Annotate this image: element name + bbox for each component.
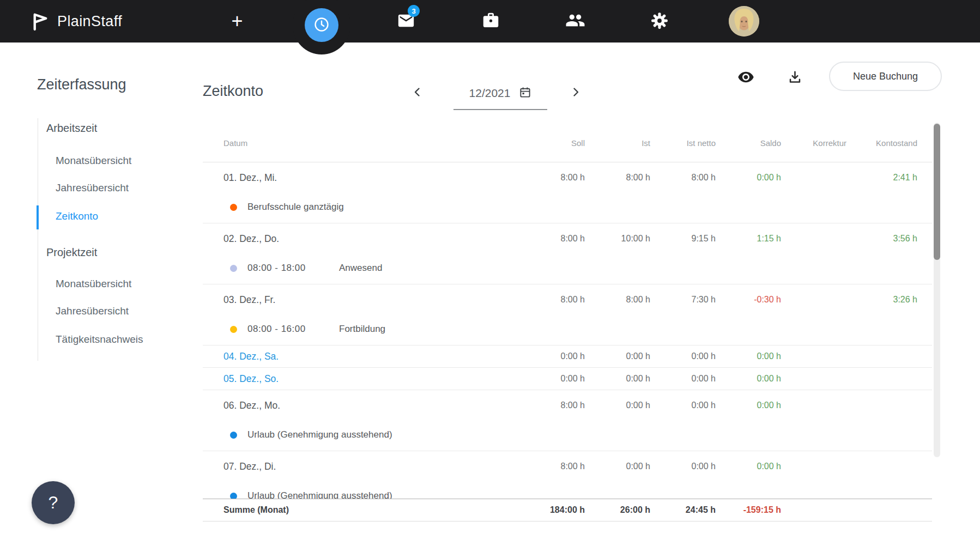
download-icon bbox=[787, 69, 803, 87]
messages-badge: 3 bbox=[408, 5, 420, 17]
row-date: 01. Dez., Mi. bbox=[223, 172, 519, 184]
sidebar-item-monatsuebersicht-arbeitszeit[interactable]: Monatsübersicht bbox=[56, 155, 131, 167]
detail-label: Urlaub (Genehmigung ausstehend) bbox=[247, 429, 392, 440]
table-row[interactable]: 02. Dez., Do.8:00 h10:00 h9:15 h1:15 h3:… bbox=[203, 223, 932, 284]
cell-ist-netto: 0:00 h bbox=[650, 401, 716, 410]
cell-saldo: 0:00 h bbox=[716, 462, 781, 471]
cell-kontostand: 3:56 h bbox=[846, 234, 917, 244]
add-button[interactable]: + bbox=[215, 0, 259, 43]
cell-kontostand: 3:26 h bbox=[846, 295, 917, 305]
row-date: 03. Dez., Fr. bbox=[223, 294, 519, 306]
cell-soll: 8:00 h bbox=[519, 462, 585, 471]
cell-ist-netto: 8:00 h bbox=[650, 173, 716, 183]
column-ist-netto: Ist netto bbox=[650, 138, 716, 148]
detail-label: Anwesend bbox=[339, 263, 382, 274]
detail-label: Berufsschule ganztägig bbox=[247, 202, 344, 213]
row-detail: 08:00 - 16:00Fortbildung bbox=[223, 318, 917, 340]
tab-time-tracking[interactable] bbox=[305, 8, 338, 42]
view-options-button[interactable] bbox=[733, 65, 758, 90]
status-dot-icon bbox=[230, 265, 237, 272]
cell-ist: 0:00 h bbox=[585, 374, 650, 384]
people-icon bbox=[565, 10, 585, 32]
table-row[interactable]: 01. Dez., Mi.8:00 h8:00 h8:00 h0:00 h2:4… bbox=[203, 162, 932, 223]
summary-soll: 184:00 h bbox=[519, 505, 585, 515]
plainstaff-logo-icon bbox=[31, 9, 50, 34]
help-button[interactable]: ? bbox=[32, 481, 75, 524]
cell-ist: 0:00 h bbox=[585, 401, 650, 410]
sidebar-rail bbox=[38, 118, 38, 361]
next-month-button[interactable] bbox=[565, 82, 586, 104]
summary-label: Summe (Monat) bbox=[223, 505, 519, 515]
cell-ist-netto: 0:00 h bbox=[650, 374, 716, 384]
status-dot-icon bbox=[230, 432, 237, 439]
row-date: 02. Dez., Do. bbox=[223, 233, 519, 245]
table-viewport: 01. Dez., Mi.8:00 h8:00 h8:00 h0:00 h2:4… bbox=[203, 162, 932, 521]
row-date: 04. Dez., Sa. bbox=[223, 351, 519, 362]
sidebar-item-zeitkonto[interactable]: Zeitkonto bbox=[56, 210, 98, 222]
sidebar-item-jahresuebersicht-projektzeit[interactable]: Jahresübersicht bbox=[56, 305, 129, 317]
column-saldo: Saldo bbox=[716, 138, 781, 148]
tab-messages[interactable]: 3 bbox=[384, 0, 428, 43]
sidebar-item-jahresuebersicht-arbeitszeit[interactable]: Jahresübersicht bbox=[56, 182, 129, 194]
table-row[interactable]: 04. Dez., Sa.0:00 h0:00 h0:00 h0:00 h bbox=[203, 345, 932, 368]
cell-ist-netto: 7:30 h bbox=[650, 295, 716, 305]
sidebar-section-arbeitszeit: Arbeitszeit bbox=[46, 122, 97, 135]
detail-time-range: 08:00 - 16:00 bbox=[247, 324, 339, 335]
row-detail: Berufsschule ganztägig bbox=[223, 196, 917, 218]
tab-settings[interactable] bbox=[638, 0, 681, 43]
cell-soll: 8:00 h bbox=[519, 173, 585, 183]
row-date: 07. Dez., Di. bbox=[223, 461, 519, 472]
cell-saldo: -0:30 h bbox=[716, 295, 781, 305]
table-row[interactable]: 06. Dez., Mo.8:00 h0:00 h0:00 h0:00 hUrl… bbox=[203, 390, 932, 451]
download-button[interactable] bbox=[782, 65, 807, 90]
cell-soll: 0:00 h bbox=[519, 374, 585, 384]
cell-saldo: 0:00 h bbox=[716, 401, 781, 410]
status-dot-icon bbox=[230, 204, 237, 211]
cell-saldo: 0:00 h bbox=[716, 351, 781, 361]
summary-ist: 26:00 h bbox=[585, 505, 650, 515]
clock-icon bbox=[313, 16, 330, 35]
cell-ist-netto: 0:00 h bbox=[650, 462, 716, 471]
new-booking-button[interactable]: Neue Buchung bbox=[829, 62, 942, 91]
period-picker[interactable]: 12/2021 bbox=[453, 77, 547, 110]
column-korrektur: Korrektur bbox=[781, 138, 846, 148]
summary-row: Summe (Monat) 184:00 h 26:00 h 24:45 h -… bbox=[203, 499, 932, 521]
cell-soll: 8:00 h bbox=[519, 295, 585, 305]
scrollbar-thumb[interactable] bbox=[934, 124, 940, 260]
row-date: 05. Dez., So. bbox=[223, 373, 519, 385]
summary-saldo: -159:15 h bbox=[716, 505, 781, 515]
table-header: Datum Soll Ist Ist netto Saldo Korrektur… bbox=[203, 124, 932, 162]
cell-ist-netto: 0:00 h bbox=[650, 351, 716, 361]
cell-soll: 0:00 h bbox=[519, 351, 585, 361]
calendar-icon[interactable] bbox=[519, 86, 531, 101]
table-row[interactable]: 03. Dez., Fr.8:00 h8:00 h7:30 h-0:30 h3:… bbox=[203, 284, 932, 345]
chevron-left-icon bbox=[412, 86, 424, 100]
eye-icon bbox=[737, 69, 754, 87]
row-detail: Urlaub (Genehmigung ausstehend) bbox=[223, 424, 917, 446]
briefcase-icon bbox=[482, 11, 500, 31]
row-detail: 08:00 - 18:00Anwesend bbox=[223, 257, 917, 279]
avatar bbox=[729, 6, 759, 37]
column-soll: Soll bbox=[519, 138, 585, 148]
period-value[interactable]: 12/2021 bbox=[469, 87, 511, 100]
status-dot-icon bbox=[230, 326, 237, 333]
cell-saldo: 1:15 h bbox=[716, 234, 781, 244]
detail-time-range: 08:00 - 18:00 bbox=[247, 263, 339, 274]
sidebar-section-projektzeit: Projektzeit bbox=[46, 246, 97, 259]
table-row[interactable]: 05. Dez., So.0:00 h0:00 h0:00 h0:00 h bbox=[203, 368, 932, 390]
cell-soll: 8:00 h bbox=[519, 401, 585, 410]
cell-ist: 8:00 h bbox=[585, 173, 650, 183]
column-ist: Ist bbox=[585, 138, 650, 148]
brand[interactable]: PlainStaff bbox=[31, 0, 122, 43]
previous-month-button[interactable] bbox=[407, 82, 428, 104]
chevron-right-icon bbox=[570, 86, 582, 100]
sidebar-item-monatsuebersicht-projektzeit[interactable]: Monatsübersicht bbox=[56, 278, 131, 290]
cell-ist-netto: 9:15 h bbox=[650, 234, 716, 244]
sidebar-item-taetigkeitsnachweis[interactable]: Tätigkeitsnachweis bbox=[56, 333, 143, 345]
tab-projects[interactable] bbox=[469, 0, 512, 43]
user-menu[interactable] bbox=[722, 0, 766, 43]
cell-ist: 0:00 h bbox=[585, 462, 650, 471]
sidebar-active-indicator bbox=[37, 205, 39, 229]
tab-team[interactable] bbox=[553, 0, 597, 43]
cell-saldo: 0:00 h bbox=[716, 173, 781, 183]
